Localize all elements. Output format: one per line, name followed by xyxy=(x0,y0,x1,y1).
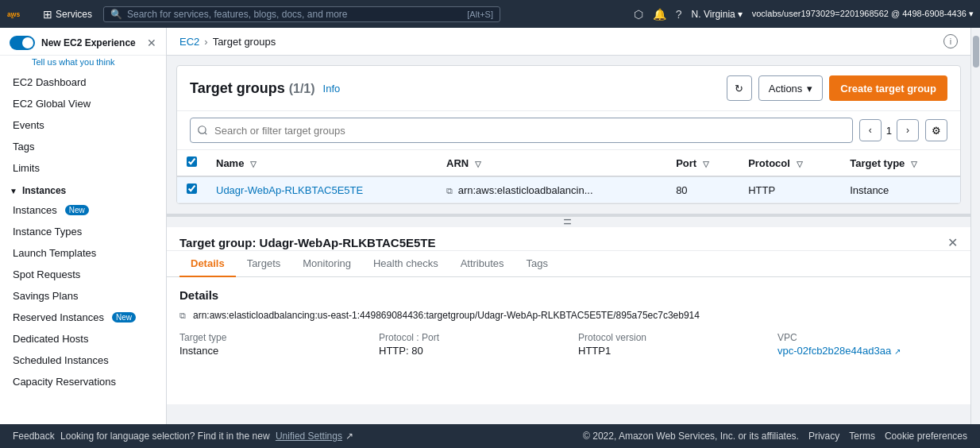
name-sort-icon[interactable]: ▽ xyxy=(250,160,257,168)
split-panel-drag-handle[interactable]: = xyxy=(167,216,970,227)
table-search-input[interactable] xyxy=(190,118,853,143)
sidebar-item-instance-types[interactable]: Instance Types xyxy=(0,221,166,242)
split-panel-title: Target group: Udagr-WebAp-RLKBTAC5E5TE xyxy=(179,236,436,249)
sidebar: New EC2 Experience ✕ Tell us what you th… xyxy=(0,28,167,424)
select-all-header xyxy=(177,150,206,176)
help-icon[interactable]: ? xyxy=(676,8,682,21)
info-icon[interactable]: i xyxy=(943,34,958,48)
protocol-port-detail: Protocol : Port HTTP: 80 xyxy=(379,332,559,357)
target-type-sort-icon[interactable]: ▽ xyxy=(911,160,917,168)
protocol-version-label: Protocol version xyxy=(578,332,758,343)
cloud-icon[interactable]: ⬡ xyxy=(634,8,643,21)
sidebar-item-tags[interactable]: Tags xyxy=(0,136,166,157)
panel-count: (1/1) xyxy=(289,82,315,95)
protocol-sort-icon[interactable]: ▽ xyxy=(797,160,803,168)
user-info[interactable]: voclabs/user1973029=2201968562 @ 4498-69… xyxy=(752,9,974,19)
sidebar-item-events[interactable]: Events xyxy=(0,114,166,136)
target-group-link[interactable]: Udagr-WebAp-RLKBTAC5E5TE xyxy=(216,184,363,196)
terms-link[interactable]: Terms xyxy=(849,431,875,442)
vpc-link[interactable]: vpc-02fcb2b28e44ad3aa ↗ xyxy=(777,345,901,357)
select-all-checkbox[interactable] xyxy=(187,156,197,167)
new-experience-toggle[interactable] xyxy=(10,36,35,50)
port-sort-icon[interactable]: ▽ xyxy=(703,160,709,168)
copyright-text: © 2022, Amazon Web Services, Inc. or its… xyxy=(583,431,799,442)
vpc-detail: VPC vpc-02fcb2b28e44ad3aa ↗ xyxy=(777,332,958,357)
sidebar-item-savings-plans[interactable]: Savings Plans xyxy=(0,285,166,307)
reserved-badge: New xyxy=(112,312,136,322)
sidebar-item-spot-requests[interactable]: Spot Requests xyxy=(0,264,166,285)
top-nav: aws ⊞ Services 🔍 [Alt+S] ⬡ 🔔 ? N. Virgin… xyxy=(0,0,980,28)
vpc-label: VPC xyxy=(777,332,958,343)
next-page-button[interactable]: › xyxy=(897,119,919,141)
table-container: Name ▽ ARN ▽ Port ▽ xyxy=(177,150,960,203)
footer-language-text: Looking for language selection? Find it … xyxy=(58,431,272,442)
breadcrumb-ec2-link[interactable]: EC2 xyxy=(179,36,199,48)
create-target-group-button[interactable]: Create target group xyxy=(829,75,947,101)
name-column-header: Name ▽ xyxy=(206,150,437,176)
copy-icon[interactable]: ⧉ xyxy=(446,186,453,195)
target-type-detail: Target type Instance xyxy=(179,332,360,357)
scrollbar[interactable] xyxy=(970,28,980,424)
tab-targets[interactable]: Targets xyxy=(236,251,292,277)
unified-settings-link[interactable]: Unified Settings xyxy=(276,431,342,442)
row-checkbox-cell xyxy=(177,176,206,203)
target-type-cell: Instance xyxy=(840,176,960,203)
sidebar-item-ec2-dashboard[interactable]: EC2 Dashboard xyxy=(0,71,166,93)
tab-attributes[interactable]: Attributes xyxy=(449,251,515,277)
aws-logo: aws xyxy=(6,6,32,22)
sidebar-item-dedicated-hosts[interactable]: Dedicated Hosts xyxy=(0,328,166,350)
breadcrumb-separator: › xyxy=(204,36,207,48)
actions-chevron-icon: ▾ xyxy=(807,83,812,95)
arn-sort-icon[interactable]: ▽ xyxy=(475,160,481,168)
arn-copy-icon[interactable]: ⧉ xyxy=(179,311,186,321)
privacy-link[interactable]: Privacy xyxy=(808,431,839,442)
vpc-value: vpc-02fcb2b28e44ad3aa ↗ xyxy=(777,345,958,357)
global-search[interactable]: 🔍 [Alt+S] xyxy=(103,6,500,22)
sidebar-item-instances[interactable]: Instances New xyxy=(0,199,166,221)
prev-page-button[interactable]: ‹ xyxy=(859,119,882,141)
arn-cell: ⧉ arn:aws:elasticloadbalancin... xyxy=(437,176,666,203)
page-number: 1 xyxy=(886,125,892,137)
services-button[interactable]: ⊞ Services xyxy=(38,6,97,22)
bell-icon[interactable]: 🔔 xyxy=(653,8,666,21)
cookie-link[interactable]: Cookie preferences xyxy=(885,431,967,442)
split-panel-close-button[interactable]: ✕ xyxy=(947,235,958,250)
sidebar-item-limits[interactable]: Limits xyxy=(0,157,166,179)
instances-badge: New xyxy=(65,205,89,215)
breadcrumb: EC2 › Target groups i xyxy=(167,28,970,56)
split-panel: = Target group: Udagr-WebAp-RLKBTAC5E5TE… xyxy=(167,214,970,404)
row-checkbox[interactable] xyxy=(187,183,197,194)
target-type-value: Instance xyxy=(179,345,360,357)
table-settings-button[interactable]: ⚙ xyxy=(925,119,947,141)
table-row[interactable]: Udagr-WebAp-RLKBTAC5E5TE ⧉ arn:aws:elast… xyxy=(177,176,960,203)
tab-monitoring[interactable]: Monitoring xyxy=(291,251,362,277)
tab-tags[interactable]: Tags xyxy=(515,251,559,277)
refresh-button[interactable]: ↻ xyxy=(727,75,752,101)
target-type-column-header: Target type ▽ xyxy=(840,150,960,176)
external-icon: ↗ xyxy=(345,431,353,442)
protocol-version-value: HTTP1 xyxy=(578,345,758,357)
sidebar-item-scheduled-instances[interactable]: Scheduled Instances xyxy=(0,350,166,371)
info-link[interactable]: Info xyxy=(323,83,341,95)
close-sidebar-button[interactable]: ✕ xyxy=(147,37,156,49)
sidebar-item-launch-templates[interactable]: Launch Templates xyxy=(0,242,166,264)
toggle-sub-link[interactable]: Tell us what you think xyxy=(0,57,166,71)
tab-details[interactable]: Details xyxy=(179,251,236,277)
actions-button[interactable]: Actions ▾ xyxy=(758,75,824,101)
name-cell: Udagr-WebAp-RLKBTAC5E5TE xyxy=(206,176,437,203)
instances-section-header[interactable]: ▼ Instances xyxy=(0,179,166,199)
scroll-thumb[interactable] xyxy=(973,36,979,68)
toggle-label: New EC2 Experience xyxy=(41,37,136,48)
arn-column-header: ARN ▽ xyxy=(437,150,666,176)
region-selector[interactable]: N. Virginia ▾ xyxy=(692,9,743,20)
sidebar-item-capacity-reservations[interactable]: Capacity Reservations xyxy=(0,371,166,392)
sidebar-item-reserved-instances[interactable]: Reserved Instances New xyxy=(0,307,166,328)
feedback-label[interactable]: Feedback xyxy=(13,431,55,442)
sidebar-item-ec2-global-view[interactable]: EC2 Global View xyxy=(0,93,166,114)
footer-left: Feedback Looking for language selection?… xyxy=(13,431,353,442)
port-cell: 80 xyxy=(666,176,739,203)
tab-health-checks[interactable]: Health checks xyxy=(362,251,449,277)
global-search-input[interactable] xyxy=(127,9,462,20)
svg-text:aws: aws xyxy=(7,10,20,18)
breadcrumb-current: Target groups xyxy=(213,36,276,48)
